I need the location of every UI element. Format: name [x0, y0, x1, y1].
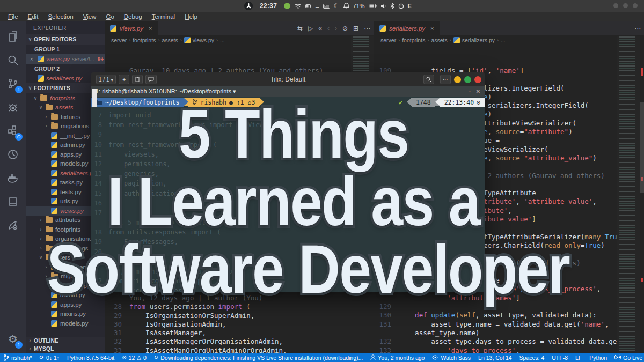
menu-item-debug[interactable]: Debug — [119, 13, 147, 20]
terminal-session-tab[interactable]: 1: rishabh@rishabh-X510UNR: ~/Desktop/fo… — [91, 86, 485, 97]
files-icon[interactable] — [0, 25, 26, 48]
terminal-body[interactable]: ~/Desktop/footprints rishabh ● ⇡1 ⌂3 ✔ 1… — [91, 97, 485, 292]
section-outline[interactable]: ›OUTLINE — [26, 337, 105, 345]
bluetooth-icon[interactable] — [390, 3, 394, 9]
code-line[interactable]: 28from users.permission import ( — [105, 302, 374, 311]
code-line[interactable]: 132 asset_type.days_to_process = validat… — [374, 337, 617, 346]
status-item-right-4[interactable]: UTF-8 — [548, 354, 572, 361]
search-icon[interactable] — [0, 48, 26, 72]
bell-icon[interactable] — [343, 3, 349, 9]
code-line[interactable]: 29 IsOrganisationOrSuperAdmin, — [105, 312, 374, 320]
status-item-left-2[interactable]: Python 3.7.5 64-bit — [63, 354, 118, 361]
code-line[interactable]: asset_type.name) — [374, 329, 617, 337]
code-line[interactable]: 30 IsOrganisationAdmin, — [105, 320, 374, 329]
new-terminal-button[interactable]: + — [119, 75, 129, 84]
code-line[interactable]: 'attribute_names'] — [374, 294, 617, 302]
code-line[interactable]: 131 asset_type.name = validated_data.get… — [374, 320, 617, 329]
compare-icon[interactable]: ⇆ — [297, 25, 303, 32]
tree-item-models.py[interactable]: models.py — [26, 319, 105, 328]
status-item-right-0[interactable]: You, 2 months ago — [367, 354, 428, 361]
tilix-titlebar[interactable]: 1 / 1 ▾ + Tilix: Default ⋯ — [91, 72, 485, 86]
menu-item-file[interactable]: File — [3, 13, 23, 20]
tab-close-icon[interactable]: × — [149, 25, 152, 32]
status-item-right-6[interactable]: Python — [586, 354, 611, 361]
tray-letter[interactable]: E — [408, 3, 412, 9]
close-icon[interactable]: × — [30, 56, 35, 62]
open-editors-header[interactable]: ∨OPEN EDITORS — [26, 34, 105, 45]
breadcrumb-item[interactable]: footprints — [402, 37, 425, 43]
section-mysql[interactable]: ›MYSQL — [26, 345, 105, 353]
session-close-icon[interactable]: ✕ — [476, 88, 480, 94]
breadcrumb-item[interactable]: ... — [501, 37, 506, 43]
breadcrumb-item[interactable]: serializers.py — [462, 37, 495, 43]
wifi-icon[interactable] — [294, 3, 302, 9]
battery-small-icon[interactable] — [305, 4, 311, 8]
extensions-icon[interactable]: ⏱ — [0, 119, 26, 143]
moon-icon[interactable]: ☾ — [334, 2, 340, 10]
status-item-left-4[interactable]: ↻Downloading dependencies: Finishing VS … — [150, 354, 367, 361]
tab-views-py[interactable]: views.py × — [105, 21, 158, 35]
next-change-icon[interactable]: › — [335, 25, 337, 32]
menu-item-terminal[interactable]: Terminal — [147, 13, 180, 20]
keyboard-icon[interactable] — [323, 4, 330, 9]
status-item-right-3[interactable]: Spaces: 4 — [516, 354, 548, 361]
notebook-icon[interactable] — [0, 190, 26, 213]
tab-serializers-py[interactable]: serializers.py × — [374, 21, 440, 35]
source-control-icon[interactable]: 1 — [0, 72, 26, 95]
status-item-right-7[interactable]: Go Live — [611, 354, 644, 361]
breadcrumb-item[interactable]: ... — [220, 37, 225, 43]
code-line[interactable]: 32 IsAssetManagerOrOrganisationAdmin, — [105, 337, 374, 346]
session-restore-icon[interactable]: ▫ — [469, 88, 471, 94]
feedback-icon[interactable] — [145, 75, 157, 84]
maximize-button[interactable] — [464, 76, 471, 83]
tab-close-icon[interactable]: × — [430, 25, 434, 32]
minimize-button[interactable] — [454, 76, 461, 83]
clock[interactable]: 22:37 — [260, 2, 277, 10]
debug-icon[interactable] — [0, 95, 26, 119]
budgie-logo-icon[interactable] — [244, 2, 253, 10]
breadcrumb[interactable]: server›footprints›assets›serializers.py›… — [374, 35, 644, 45]
test-icon[interactable] — [0, 213, 26, 237]
prev-change-icon[interactable]: ‹ — [327, 25, 330, 32]
menu-item-selection[interactable]: Selection — [43, 13, 78, 20]
breadcrumb[interactable]: server›footprints›assets›views.py›... — [105, 35, 374, 45]
speaker-icon[interactable] — [380, 3, 386, 9]
paste-icon[interactable] — [132, 75, 143, 84]
gear-icon[interactable]: ⚙1 — [0, 327, 26, 351]
terminal-menu-icon[interactable]: ⋯ — [440, 75, 451, 84]
breadcrumb-item[interactable]: assets — [431, 37, 447, 43]
breadcrumb-item[interactable]: assets — [162, 37, 178, 43]
status-item-left-3[interactable]: ⊗12△0 — [118, 354, 150, 361]
shield-icon[interactable] — [284, 3, 290, 9]
scrollbar-thumb[interactable] — [640, 102, 644, 193]
breadcrumb-item[interactable]: server — [111, 37, 127, 43]
breadcrumb-item[interactable]: footprints — [133, 37, 156, 43]
battery-icon[interactable] — [369, 4, 377, 8]
status-item-right-2[interactable]: Ln 13, Col 14 — [474, 354, 515, 361]
clock-circle-icon[interactable] — [0, 143, 26, 166]
more-icon[interactable]: ⋯ — [364, 25, 370, 32]
breadcrumb-item[interactable]: server — [380, 37, 396, 43]
run-icon[interactable]: ▷ — [308, 25, 313, 32]
menu-item-help[interactable]: Help — [180, 13, 202, 20]
open-changes-icon[interactable]: « — [318, 25, 322, 32]
status-item-right-5[interactable]: LF — [572, 354, 586, 361]
code-line[interactable]: 130 def update(self, asset_type, validat… — [374, 311, 617, 320]
tree-item-apps.py[interactable]: apps.py — [26, 300, 105, 309]
split-editor-icon[interactable]: ⊞ — [353, 25, 358, 32]
open-editor-views.py[interactable]: ×views.pyserver/f...9+ — [26, 54, 105, 64]
more-icon[interactable]: ⋯ — [634, 25, 641, 32]
session-pager[interactable]: 1 / 1 ▾ — [96, 75, 116, 84]
menu-item-view[interactable]: View — [78, 13, 101, 20]
close-button[interactable] — [474, 76, 481, 83]
code-line[interactable]: 129 — [374, 302, 617, 311]
tree-item-mixins.py[interactable]: mixins.py — [26, 309, 105, 319]
interpreter-icon[interactable]: ⊘ — [342, 25, 348, 32]
status-item-left-0[interactable]: rishabh* — [0, 354, 36, 361]
menu-item-go[interactable]: Go — [101, 13, 119, 20]
power-icon[interactable] — [398, 3, 404, 9]
status-item-left-1[interactable]: ⟳0↓ 1↑ — [36, 354, 64, 361]
status-item-right-1[interactable]: Watch Sass — [428, 354, 474, 361]
terminal-search-icon[interactable] — [423, 75, 434, 84]
menu-item-edit[interactable]: Edit — [23, 13, 43, 20]
